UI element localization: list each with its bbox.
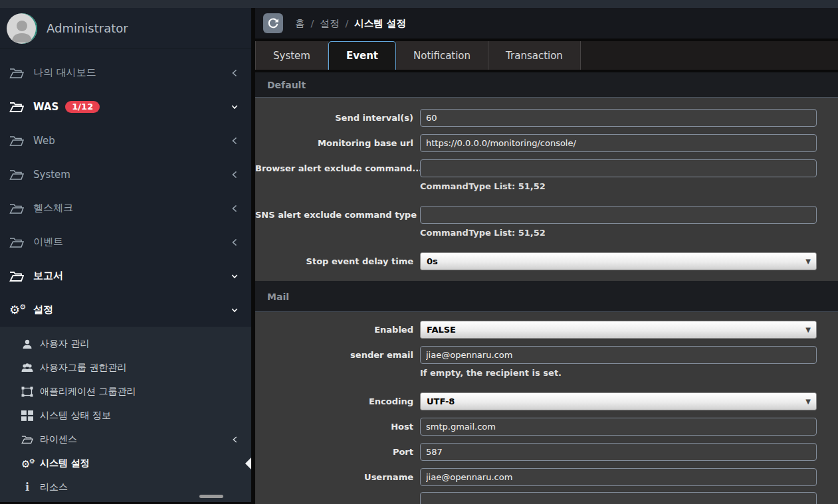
field-label: SNS alert exclude command type [255, 206, 420, 224]
select-value: FALSE [427, 325, 456, 335]
sidebar-item-my-dashboard[interactable]: 나의 대시보드 [0, 56, 251, 90]
send-interval-input[interactable] [420, 109, 817, 127]
chevron-left-icon [231, 238, 238, 246]
user-icon [21, 339, 33, 349]
sub-item-label: 라이센스 [40, 434, 77, 446]
chevron-down-icon [231, 103, 238, 111]
sidebar-item-system-status[interactable]: 시스템 상태 정보 [0, 404, 251, 428]
sidebar-item-was[interactable]: WAS 1/12 [0, 90, 251, 124]
object-group-icon [21, 386, 33, 397]
main-content: 홈 / 설정 / 시스템 설정 System Event Notificatio… [255, 8, 838, 504]
sidebar-item-report[interactable]: 보고서 [0, 259, 251, 293]
help-commandtype-list: CommandType List: 51,52 [420, 181, 838, 191]
sidebar-item-label: 이벤트 [33, 236, 63, 248]
field-sns-alert-exclude: SNS alert exclude command type [255, 206, 838, 224]
chevron-left-icon [231, 137, 238, 145]
refresh-button[interactable] [263, 13, 283, 33]
sidebar-item-user-management[interactable]: 사용자 관리 [0, 332, 251, 356]
sub-item-label: 리소스 [40, 481, 68, 493]
breadcrumb-settings[interactable]: 설정 [320, 17, 339, 30]
help-commandtype-list: CommandType List: 51,52 [420, 228, 838, 238]
sidebar-item-license[interactable]: 라이센스 [0, 428, 251, 452]
sidebar-item-label: 설정 [33, 303, 53, 316]
field-monitoring-base-url: Monitoring base url [255, 134, 838, 152]
tab-system[interactable]: System [255, 41, 328, 70]
sub-item-label: 사용자 관리 [40, 338, 89, 350]
settings-form: Default Send interval(s) Monitoring base… [255, 72, 838, 504]
sidebar-item-application-group[interactable]: 애플리케이션 그룹관리 [0, 380, 251, 404]
sidebar-item-settings[interactable]: ⚙⚙ 설정 [0, 293, 251, 327]
field-label [255, 492, 420, 504]
users-icon [21, 363, 33, 373]
sidebar-item-event[interactable]: 이벤트 [0, 225, 251, 259]
field-label: Monitoring base url [255, 134, 420, 152]
sidebar-item-label: Web [33, 135, 55, 147]
person-icon [11, 17, 33, 42]
chevron-down-icon [231, 306, 238, 314]
folder-icon [9, 270, 24, 282]
sns-alert-exclude-input[interactable] [420, 206, 817, 224]
field-username: Username [255, 468, 838, 486]
field-send-interval: Send interval(s) [255, 109, 838, 127]
sidebar-item-healthcheck[interactable]: 헬스체크 [0, 191, 251, 225]
gears-icon: ⚙⚙ [9, 304, 24, 316]
field-mail-enabled: Enabled FALSE ▼ [255, 321, 838, 339]
tab-event[interactable]: Event [328, 41, 396, 70]
select-value: 0s [427, 256, 438, 266]
username-input[interactable] [420, 468, 817, 486]
folder-icon [9, 67, 24, 79]
field-label: Port [255, 443, 420, 461]
gears-icon: ⚙⚙ [21, 458, 33, 469]
sidebar-item-system-settings[interactable]: ⚙⚙ 시스템 설정 [0, 452, 251, 475]
sidebar-item-label: System [33, 169, 70, 181]
port-input[interactable] [420, 443, 817, 461]
select-arrow-icon: ▼ [805, 393, 811, 410]
chevron-left-icon [232, 436, 238, 444]
breadcrumb-separator: / [311, 18, 314, 29]
folder-icon [9, 135, 24, 147]
chevron-left-icon [231, 205, 238, 212]
next-input[interactable] [420, 492, 817, 504]
tab-notification[interactable]: Notification [396, 41, 488, 70]
help-sender-email: If empty, the recipient is set. [420, 368, 838, 378]
breadcrumb-separator: / [345, 18, 348, 29]
tab-transaction[interactable]: Transaction [488, 41, 581, 70]
sidebar-item-usergroup-permissions[interactable]: 사용자그룹 권한관리 [0, 356, 251, 380]
sidebar-item-label: 보고서 [33, 270, 63, 282]
field-label: Browser alert exclude command... [255, 159, 420, 177]
host-input[interactable] [420, 418, 817, 436]
user-name: Administrator [47, 21, 128, 35]
field-port: Port [255, 443, 838, 461]
scrollbar-thumb[interactable] [199, 495, 223, 498]
user-panel: Administrator [0, 8, 251, 49]
sidebar-item-system[interactable]: System [0, 157, 251, 191]
sender-email-input[interactable] [420, 346, 817, 364]
folder-icon [9, 236, 24, 248]
field-label: Username [255, 468, 420, 486]
breadcrumb-home[interactable]: 홈 [295, 17, 305, 30]
encoding-select[interactable]: UTF-8 ▼ [420, 392, 817, 410]
monitoring-base-url-input[interactable] [420, 134, 817, 152]
field-label: sender email [255, 346, 420, 364]
sub-item-label: 시스템 설정 [40, 458, 90, 469]
chevron-left-icon [231, 69, 238, 77]
field-label: Encoding [255, 392, 420, 410]
chevron-down-icon [231, 272, 238, 280]
field-label: Host [255, 418, 420, 436]
folder-icon [9, 101, 24, 113]
stop-event-delay-select[interactable]: 0s ▼ [420, 252, 817, 270]
sub-item-label: 사용자그룹 권한관리 [40, 362, 126, 374]
grid-icon [21, 410, 33, 421]
chevron-left-icon [231, 171, 238, 179]
select-value: UTF-8 [427, 396, 455, 406]
mail-enabled-select[interactable]: FALSE ▼ [420, 321, 817, 339]
section-title-mail: Mail [255, 281, 838, 311]
field-sender-email: sender email [255, 346, 838, 364]
sidebar-item-web[interactable]: Web [0, 124, 251, 157]
breadcrumb: 홈 / 설정 / 시스템 설정 [295, 17, 406, 30]
field-encoding: Encoding UTF-8 ▼ [255, 392, 838, 410]
browser-alert-exclude-input[interactable] [420, 159, 817, 177]
main-menu: 나의 대시보드 WAS 1/12 Web System 헬스체크 이벤트 [0, 49, 251, 327]
sub-item-label: 시스템 상태 정보 [40, 410, 111, 422]
refresh-icon [267, 17, 279, 29]
